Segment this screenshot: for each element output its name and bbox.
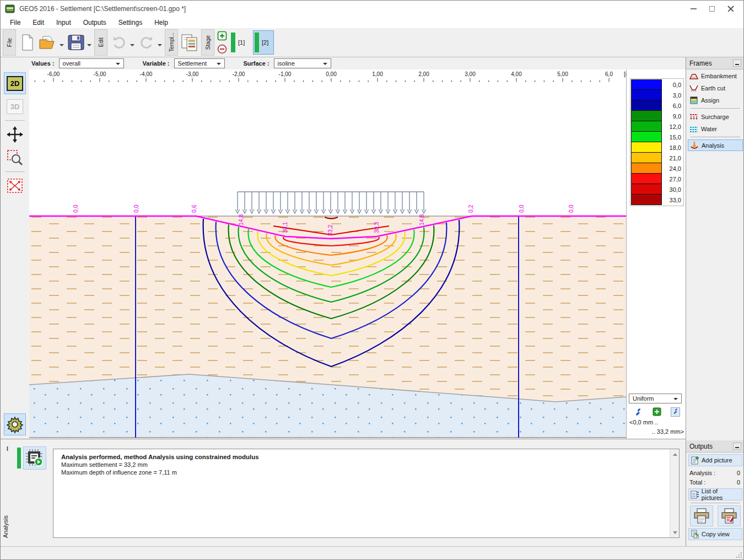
redo-dropdown-arrow[interactable] — [158, 44, 162, 49]
settlement-value-label: 14,8 — [418, 214, 425, 225]
copy-view-icon — [691, 530, 699, 539]
legend-color-box — [631, 132, 662, 142]
template-icon — [180, 33, 200, 52]
scroll-up-icon[interactable] — [670, 449, 680, 459]
add-picture-button[interactable]: Add picture — [688, 454, 742, 466]
color-scale-legend: 0,03,06,09,012,015,018,021,024,027,030,0… — [630, 78, 684, 206]
maximize-icon — [709, 6, 715, 12]
toolbar-group-edit: Edit — [94, 29, 107, 56]
toolbar-group-stage: Stage — [201, 29, 214, 56]
add-scale-icon[interactable] — [653, 407, 661, 416]
stage-2-status-bar — [255, 33, 259, 52]
variable-dropdown[interactable]: Settlement — [174, 58, 225, 68]
undo-button[interactable] — [109, 30, 129, 55]
redo-button[interactable] — [137, 30, 157, 55]
settlement-value-label: 0,6 — [191, 204, 197, 213]
legend-value: 27,0 — [662, 176, 683, 182]
close-icon — [727, 6, 734, 12]
status-bar — [1, 546, 744, 560]
drawing-canvas[interactable]: -6,00-5,00-4,00-3,00-2,00-1,000,001,002,… — [29, 69, 626, 439]
frames-minimize-button[interactable] — [733, 60, 741, 67]
scroll-down-icon[interactable] — [670, 528, 680, 537]
analysis-result-line-2: Maximum depth of influence zone = 7,11 m — [61, 469, 671, 477]
analysis-stage-status-bar — [17, 448, 21, 469]
menu-help[interactable]: Help — [148, 18, 174, 28]
surface-dropdown[interactable]: isoline — [274, 58, 331, 68]
print-button[interactable] — [690, 505, 713, 526]
view-2d-button[interactable]: 2D — [4, 72, 26, 94]
save-button[interactable] — [66, 30, 86, 55]
frame-item-water[interactable]: Water — [688, 123, 743, 134]
new-file-icon — [20, 34, 35, 51]
open-dropdown-arrow[interactable] — [60, 44, 64, 49]
ruler-label: -5,00 — [94, 71, 106, 77]
scale-edit-button-icon[interactable] — [671, 407, 680, 417]
minimize-button[interactable] — [684, 3, 703, 15]
menu-input[interactable]: Input — [50, 18, 77, 28]
legend-value: 15,0 — [662, 134, 683, 141]
legend-row: 18,0 — [631, 142, 683, 153]
redo-icon — [139, 35, 154, 50]
settlement-value-label: 0,2 — [467, 204, 474, 213]
frame-item-earth-cut[interactable]: Earth cut — [688, 82, 743, 94]
printer-icon — [693, 508, 710, 524]
frame-item-assign[interactable]: Assign — [688, 94, 743, 106]
legend-value: 12,0 — [662, 123, 683, 130]
analysis-chip-icon — [25, 449, 44, 467]
resize-grip-icon[interactable] — [735, 551, 743, 559]
zoom-select-button[interactable] — [4, 147, 26, 169]
menu-outputs[interactable]: Outputs — [77, 18, 112, 28]
ruler-label: 4,00 — [511, 71, 522, 77]
menu-edit[interactable]: Edit — [26, 18, 50, 28]
legend-value: 6,0 — [662, 103, 683, 109]
undo-dropdown-arrow[interactable] — [130, 44, 134, 49]
frame-item-analysis[interactable]: Analysis — [688, 139, 743, 151]
title-bar: GEO5 2016 - Settlement [C:\Settlement\sc… — [1, 1, 744, 17]
scale-settings-wrench-icon[interactable] — [633, 407, 643, 417]
legend-row: 30,0 — [631, 184, 683, 195]
frame-item-surcharge[interactable]: Surcharge — [688, 111, 743, 122]
window-title: GEO5 2016 - Settlement [C:\Settlement\sc… — [19, 5, 186, 13]
legend-row: 12,0 — [631, 121, 683, 132]
view-3d-button[interactable]: 3D — [4, 95, 26, 117]
distribution-dropdown[interactable]: Uniform — [629, 394, 682, 403]
pan-tool-button[interactable] — [4, 123, 26, 146]
menu-settings[interactable]: Settings — [112, 18, 148, 28]
values-dropdown[interactable]: overall — [59, 58, 124, 68]
list-of-pictures-button[interactable]: List of pictures — [688, 488, 742, 500]
legend-value: 18,0 — [662, 144, 683, 151]
legend-value: 24,0 — [662, 165, 683, 172]
legend-value: 30,0 — [662, 186, 683, 193]
legend-color-box — [631, 90, 662, 100]
add-stage-button[interactable] — [217, 31, 227, 41]
frame-item-embankment[interactable]: Embankment — [688, 70, 743, 82]
result-scrollbar[interactable] — [670, 449, 679, 537]
scale-range-max: .. 33,2 mm> — [652, 428, 684, 435]
open-file-button[interactable] — [39, 30, 58, 55]
copy-view-button[interactable]: Copy view — [688, 528, 742, 540]
maximize-button[interactable] — [703, 3, 721, 15]
run-analysis-button[interactable] — [23, 446, 46, 470]
close-button[interactable] — [721, 3, 740, 15]
drawing-settings-button[interactable] — [4, 413, 26, 435]
fit-to-screen-button[interactable] — [4, 175, 26, 197]
menu-file[interactable]: File — [4, 18, 26, 28]
save-dropdown-arrow[interactable] — [87, 44, 91, 49]
outputs-minimize-button[interactable] — [733, 443, 741, 450]
stage-1-button[interactable]: [1] — [230, 30, 251, 55]
embankment-icon — [689, 72, 698, 80]
template-manager-button[interactable] — [180, 30, 200, 55]
menu-bar: File Edit Input Outputs Settings Help — [1, 17, 744, 28]
settlement-value-label: 30,3 — [373, 222, 380, 233]
ruler: -6,00-5,00-4,00-3,00-2,00-1,000,001,002,… — [35, 71, 626, 82]
settlement-value-label: 0,0 — [568, 204, 574, 213]
legend-color-box — [631, 100, 662, 111]
remove-stage-button[interactable] — [217, 44, 227, 54]
legend-row: 15,0 — [631, 132, 683, 142]
print-selection-button[interactable] — [718, 505, 741, 526]
new-file-button[interactable] — [18, 30, 37, 55]
settlement-value-label: 14,8 — [238, 214, 244, 225]
surcharge-load — [235, 192, 425, 213]
legend-color-box — [631, 121, 662, 132]
stage-2-button[interactable]: [2] — [253, 30, 274, 55]
